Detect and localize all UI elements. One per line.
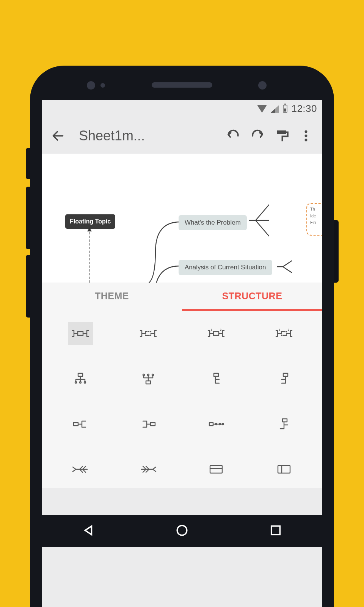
svg-rect-20 bbox=[214, 373, 218, 376]
svg-rect-4 bbox=[78, 332, 83, 335]
structure-option-tree-right-b[interactable] bbox=[250, 365, 318, 393]
structure-option-org-down[interactable] bbox=[46, 365, 114, 393]
structure-option-org-up[interactable] bbox=[114, 365, 182, 393]
tab-structure[interactable]: STRUCTURE bbox=[182, 283, 322, 311]
structure-option-fishbone-right[interactable] bbox=[114, 455, 182, 484]
structure-grid: 12 12 bbox=[42, 311, 322, 488]
svg-point-17 bbox=[143, 374, 144, 376]
android-nav-bar bbox=[42, 515, 322, 547]
svg-point-26 bbox=[219, 423, 221, 425]
structure-option-fishbone-left[interactable] bbox=[46, 455, 114, 484]
phone-sensor bbox=[100, 83, 105, 88]
subtopic-label: Ide bbox=[310, 213, 322, 220]
svg-point-1 bbox=[305, 130, 308, 133]
subtopic-label: Th bbox=[310, 206, 322, 213]
android-back-icon bbox=[82, 524, 95, 537]
back-button[interactable] bbox=[49, 127, 67, 145]
svg-point-15 bbox=[84, 382, 86, 383]
structure-option-logic-right[interactable] bbox=[46, 410, 114, 439]
structure-option-spreadsheet-row[interactable] bbox=[182, 455, 250, 484]
format-button[interactable] bbox=[273, 127, 290, 145]
mindmap-canvas[interactable]: Floating Topic What's the Problem Analys… bbox=[42, 154, 322, 283]
svg-point-2 bbox=[305, 134, 308, 137]
structure-option-map-balanced[interactable] bbox=[46, 319, 114, 348]
svg-text:2: 2 bbox=[288, 329, 289, 331]
svg-text:1: 1 bbox=[211, 329, 212, 331]
phone-speaker bbox=[152, 82, 212, 88]
format-tabs: THEME STRUCTURE bbox=[42, 283, 322, 311]
topic-node[interactable]: What's the Problem bbox=[179, 215, 247, 230]
svg-rect-21 bbox=[283, 373, 288, 376]
relationship-arrow[interactable] bbox=[89, 228, 89, 283]
svg-rect-30 bbox=[278, 465, 290, 473]
redo-button[interactable] bbox=[249, 127, 266, 145]
structure-option-timeline-h[interactable] bbox=[182, 410, 250, 439]
android-recent-icon bbox=[269, 524, 282, 537]
subtopic-label: Fin bbox=[310, 219, 322, 226]
structure-option-logic-left[interactable] bbox=[114, 410, 182, 439]
floating-topic-node[interactable]: Floating Topic bbox=[65, 214, 115, 229]
status-bar: 12:30 bbox=[42, 100, 322, 118]
connector-line bbox=[155, 265, 180, 283]
svg-rect-0 bbox=[277, 130, 286, 134]
svg-point-31 bbox=[177, 525, 187, 535]
svg-point-18 bbox=[147, 374, 149, 376]
undo-button[interactable] bbox=[224, 127, 242, 145]
svg-rect-6 bbox=[213, 332, 219, 335]
android-home-icon bbox=[176, 524, 188, 537]
wifi-icon bbox=[257, 105, 267, 113]
tab-theme[interactable]: THEME bbox=[42, 283, 182, 311]
svg-rect-28 bbox=[282, 419, 287, 422]
redo-icon bbox=[250, 129, 265, 143]
android-back-button[interactable] bbox=[82, 524, 95, 538]
svg-point-3 bbox=[305, 138, 308, 141]
svg-text:1: 1 bbox=[279, 329, 280, 331]
svg-rect-24 bbox=[209, 423, 213, 426]
screen: 12:30 Sheet1m... bbox=[42, 100, 322, 607]
phone-camera bbox=[258, 81, 267, 90]
boundary-group[interactable]: Th Ide Fin bbox=[306, 203, 322, 236]
topic-node[interactable]: Analysis of Current Situation bbox=[179, 260, 272, 275]
structure-option-map-anticlockwise[interactable]: 12 bbox=[182, 319, 250, 348]
phone-sensor bbox=[87, 81, 95, 90]
svg-text:2: 2 bbox=[220, 329, 221, 331]
format-paint-icon bbox=[275, 129, 289, 143]
back-arrow-icon bbox=[51, 129, 65, 143]
phone-side-button bbox=[333, 220, 339, 283]
svg-rect-22 bbox=[74, 423, 78, 426]
more-vertical-icon bbox=[299, 129, 313, 143]
svg-point-14 bbox=[80, 382, 81, 383]
structure-option-map-clockwise[interactable] bbox=[114, 319, 182, 348]
battery-icon bbox=[283, 105, 287, 113]
svg-rect-12 bbox=[78, 373, 83, 376]
svg-rect-16 bbox=[146, 381, 151, 384]
app-bar: Sheet1m... bbox=[42, 118, 322, 154]
android-recent-button[interactable] bbox=[269, 524, 282, 538]
phone-frame: 12:30 Sheet1m... bbox=[30, 66, 334, 607]
structure-option-map-radial[interactable]: 12 bbox=[250, 319, 318, 348]
svg-rect-29 bbox=[210, 465, 222, 473]
structure-option-spreadsheet-col[interactable] bbox=[250, 455, 318, 484]
connector-line bbox=[249, 203, 269, 238]
svg-rect-23 bbox=[151, 423, 155, 426]
more-button[interactable] bbox=[297, 127, 315, 145]
svg-rect-32 bbox=[271, 526, 280, 535]
svg-point-27 bbox=[222, 423, 224, 425]
svg-rect-9 bbox=[281, 332, 287, 335]
page-title[interactable]: Sheet1m... bbox=[79, 128, 145, 144]
svg-point-13 bbox=[75, 382, 77, 383]
android-home-button[interactable] bbox=[176, 524, 188, 538]
svg-point-25 bbox=[215, 423, 217, 425]
structure-option-tree-right-a[interactable] bbox=[182, 365, 250, 393]
structure-option-timeline-v[interactable] bbox=[250, 410, 318, 439]
undo-icon bbox=[226, 129, 240, 143]
svg-point-19 bbox=[152, 374, 154, 376]
cellular-icon bbox=[271, 105, 279, 113]
svg-rect-5 bbox=[146, 332, 151, 335]
clock-label: 12:30 bbox=[291, 103, 317, 115]
connector-line bbox=[277, 260, 292, 274]
